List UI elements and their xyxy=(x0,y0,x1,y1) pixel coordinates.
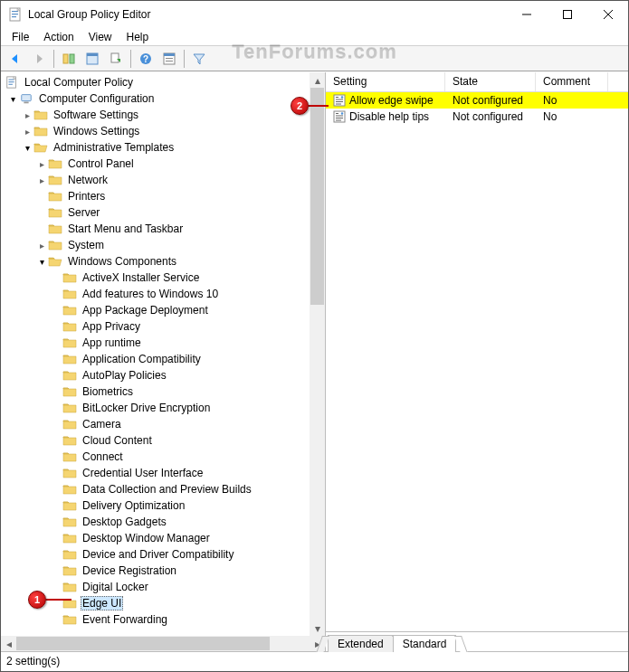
menu-action[interactable]: Action xyxy=(36,29,81,45)
close-button[interactable] xyxy=(587,1,628,28)
folder-icon xyxy=(62,385,77,398)
tree-item[interactable]: Event Forwarding xyxy=(3,611,325,628)
minimize-button[interactable] xyxy=(506,1,547,28)
cell-state: Not configured xyxy=(445,110,536,123)
tree-item[interactable]: App Package Deployment xyxy=(3,302,325,318)
menu-file[interactable]: File xyxy=(5,29,36,45)
title-bar: Local Group Policy Editor xyxy=(1,1,628,28)
list-pane: Setting State Comment Allow edge swipeNo… xyxy=(326,72,628,651)
tree-item[interactable]: Digital Locker xyxy=(3,579,325,595)
folder-icon xyxy=(62,434,77,447)
list-row[interactable]: Allow edge swipeNot configuredNo xyxy=(326,92,628,109)
tree-item-software-settings[interactable]: ▸ Software Settings xyxy=(3,107,325,123)
tree-label: Camera xyxy=(81,418,123,431)
list-body: Allow edge swipeNot configuredNoDisable … xyxy=(326,92,628,631)
tree-item[interactable]: App runtime xyxy=(3,335,325,351)
folder-icon xyxy=(62,499,77,512)
forward-button[interactable] xyxy=(28,48,50,70)
expand-arrow-icon[interactable]: ▸ xyxy=(35,241,48,251)
tree-horizontal-scrollbar[interactable]: ◂ ▸ xyxy=(1,636,325,651)
tree-item[interactable]: App Privacy xyxy=(3,318,325,335)
folder-icon xyxy=(62,402,77,414)
column-header-state[interactable]: State xyxy=(445,72,536,91)
expand-arrow-icon[interactable]: ▸ xyxy=(35,175,48,185)
expand-arrow-icon[interactable]: ▸ xyxy=(35,159,48,169)
annotation-marker-1: 1 xyxy=(28,591,46,609)
tree-item-windows-components[interactable]: ▾ Windows Components xyxy=(3,253,325,270)
tree-label: Start Menu and Taskbar xyxy=(66,222,185,235)
tree-pane: Local Computer Policy ▾ Computer Configu… xyxy=(1,72,326,651)
export-list-button[interactable] xyxy=(105,48,127,70)
tree-item[interactable]: Printers xyxy=(3,188,325,204)
tree-item[interactable]: Cloud Content xyxy=(3,432,325,449)
scroll-up-icon[interactable]: ▴ xyxy=(310,72,325,88)
tree-item[interactable]: ▸Control Panel xyxy=(3,156,325,172)
expand-arrow-icon[interactable]: ▾ xyxy=(21,143,33,153)
properties-button[interactable] xyxy=(81,48,103,70)
tree-item[interactable]: Application Compatibility xyxy=(3,351,325,367)
tree-item[interactable]: Camera xyxy=(3,416,325,432)
maximize-button[interactable] xyxy=(547,1,587,28)
scroll-thumb[interactable] xyxy=(310,88,324,305)
tree-item[interactable]: Desktop Gadgets xyxy=(3,514,325,530)
expand-arrow-icon[interactable]: ▾ xyxy=(35,257,48,267)
menu-view[interactable]: View xyxy=(81,29,119,45)
expand-arrow-icon[interactable]: ▸ xyxy=(21,127,33,137)
tree-item[interactable]: ActiveX Installer Service xyxy=(3,270,325,286)
cell-comment: No xyxy=(536,110,608,123)
show-hide-tree-button[interactable] xyxy=(58,48,80,70)
tree-item[interactable]: Device Registration xyxy=(3,563,325,579)
scroll-down-icon[interactable]: ▾ xyxy=(310,620,325,636)
tree-item[interactable]: Add features to Windows 10 xyxy=(3,286,325,302)
options-button[interactable] xyxy=(158,48,180,70)
scroll-thumb[interactable] xyxy=(16,637,270,650)
folder-icon xyxy=(62,320,77,333)
tree-item[interactable]: Data Collection and Preview Builds xyxy=(3,481,325,497)
tab-standard[interactable]: Standard xyxy=(393,635,457,652)
folder-open-icon xyxy=(48,255,62,268)
setting-icon xyxy=(333,110,346,123)
folder-icon xyxy=(48,190,62,203)
status-bar: 2 setting(s) xyxy=(1,651,628,671)
list-row[interactable]: Disable help tipsNot configuredNo xyxy=(326,109,628,125)
folder-icon xyxy=(62,483,77,496)
menu-help[interactable]: Help xyxy=(119,29,157,45)
tree-vertical-scrollbar[interactable]: ▴ ▾ xyxy=(310,72,325,636)
folder-icon xyxy=(62,353,77,365)
tab-extended[interactable]: Extended xyxy=(328,635,394,652)
filter-button[interactable] xyxy=(188,48,210,70)
folder-icon xyxy=(62,304,77,317)
column-header-setting[interactable]: Setting xyxy=(326,72,445,91)
tree-label: Add features to Windows 10 xyxy=(81,288,220,300)
tree-item[interactable]: AutoPlay Policies xyxy=(3,367,325,383)
tree-item[interactable]: BitLocker Drive Encryption xyxy=(3,400,325,416)
tree-item[interactable]: Start Menu and Taskbar xyxy=(3,221,325,237)
expand-arrow-icon[interactable]: ▸ xyxy=(21,110,33,120)
tree-item[interactable]: Biometrics xyxy=(3,383,325,400)
tree-item[interactable]: Server xyxy=(3,204,325,221)
tree-item[interactable]: Credential User Interface xyxy=(3,465,325,481)
tree-root-item[interactable]: Local Computer Policy xyxy=(3,74,325,90)
expand-arrow-icon[interactable]: ▾ xyxy=(6,94,19,104)
tree-item-computer-configuration[interactable]: ▾ Computer Configuration xyxy=(3,90,325,107)
tree-item[interactable]: Device and Driver Compatibility xyxy=(3,546,325,563)
tree-label: Device Registration xyxy=(81,564,178,577)
help-button[interactable]: ? xyxy=(135,48,157,70)
tree-item-windows-settings[interactable]: ▸ Windows Settings xyxy=(3,123,325,139)
back-button[interactable] xyxy=(5,48,26,70)
scroll-left-icon[interactable]: ◂ xyxy=(1,636,16,651)
tree-item[interactable]: ▸Network xyxy=(3,172,325,188)
tree-item[interactable]: Connect xyxy=(3,449,325,465)
tree-item-administrative-templates[interactable]: ▾ Administrative Templates xyxy=(3,139,325,156)
tree-item[interactable]: Delivery Optimization xyxy=(3,497,325,514)
list-header: Setting State Comment xyxy=(326,72,628,92)
tree-label: Application Compatibility xyxy=(81,353,203,365)
setting-name: Disable help tips xyxy=(349,110,429,123)
folder-icon xyxy=(48,206,62,219)
tree-item-selected[interactable]: Edge UI xyxy=(3,595,325,611)
column-header-comment[interactable]: Comment xyxy=(536,72,608,91)
tree-item[interactable]: ▸System xyxy=(3,237,325,253)
tree-item[interactable]: Desktop Window Manager xyxy=(3,530,325,546)
toolbar-separator xyxy=(53,50,54,68)
tree-view[interactable]: Local Computer Policy ▾ Computer Configu… xyxy=(1,72,325,636)
